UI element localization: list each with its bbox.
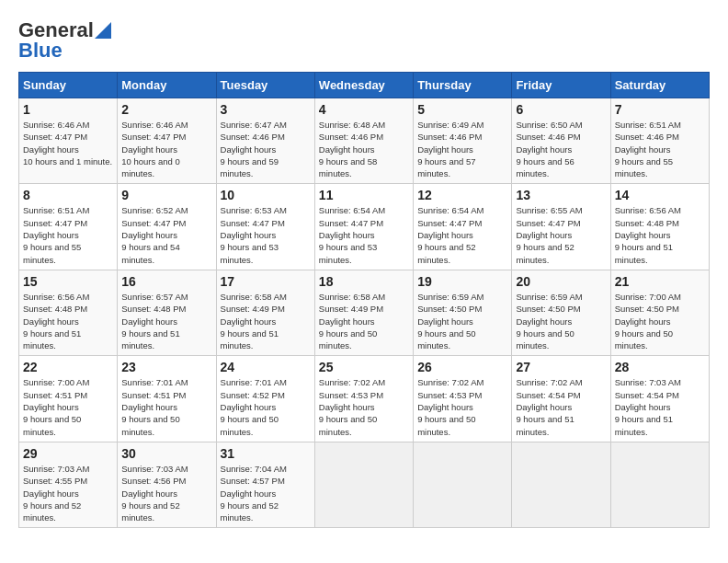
calendar-cell <box>512 442 610 527</box>
day-info: Sunrise: 6:52 AM Sunset: 4:47 PM Dayligh… <box>121 204 211 265</box>
day-number: 12 <box>417 188 507 202</box>
calendar-cell: 3 Sunrise: 6:47 AM Sunset: 4:46 PM Dayli… <box>216 98 314 184</box>
day-number: 5 <box>417 102 507 117</box>
day-number: 15 <box>23 274 113 289</box>
calendar-week-2: 8 Sunrise: 6:51 AM Sunset: 4:47 PM Dayli… <box>19 184 710 270</box>
day-number: 10 <box>221 188 311 202</box>
day-number: 7 <box>615 102 705 117</box>
calendar-cell: 24 Sunrise: 7:01 AM Sunset: 4:52 PM Dayl… <box>216 356 314 442</box>
day-number: 8 <box>23 188 113 202</box>
day-info: Sunrise: 6:55 AM Sunset: 4:47 PM Dayligh… <box>516 204 606 265</box>
calendar-cell: 26 Sunrise: 7:02 AM Sunset: 4:53 PM Dayl… <box>414 356 512 442</box>
day-number: 19 <box>417 274 507 289</box>
calendar-cell: 28 Sunrise: 7:03 AM Sunset: 4:54 PM Dayl… <box>610 356 709 442</box>
calendar-cell: 30 Sunrise: 7:03 AM Sunset: 4:56 PM Dayl… <box>118 442 216 527</box>
day-number: 14 <box>615 188 705 202</box>
day-info: Sunrise: 7:02 AM Sunset: 4:53 PM Dayligh… <box>319 376 409 437</box>
day-number: 4 <box>319 102 409 117</box>
day-info: Sunrise: 7:00 AM Sunset: 4:50 PM Dayligh… <box>615 291 705 351</box>
calendar-cell: 29 Sunrise: 7:03 AM Sunset: 4:55 PM Dayl… <box>19 442 118 527</box>
day-info: Sunrise: 6:56 AM Sunset: 4:48 PM Dayligh… <box>615 204 705 265</box>
calendar-cell: 5 Sunrise: 6:49 AM Sunset: 4:46 PM Dayli… <box>414 98 512 184</box>
day-info: Sunrise: 6:46 AM Sunset: 4:47 PM Dayligh… <box>121 119 211 179</box>
calendar-cell: 27 Sunrise: 7:02 AM Sunset: 4:54 PM Dayl… <box>512 356 610 442</box>
calendar-week-3: 15 Sunrise: 6:56 AM Sunset: 4:48 PM Dayl… <box>19 270 710 355</box>
day-info: Sunrise: 6:59 AM Sunset: 4:50 PM Dayligh… <box>417 291 507 351</box>
day-number: 27 <box>516 360 606 374</box>
calendar-header-tuesday: Tuesday <box>216 73 314 98</box>
day-info: Sunrise: 6:51 AM Sunset: 4:47 PM Dayligh… <box>23 204 113 265</box>
day-number: 24 <box>221 360 311 374</box>
calendar-cell: 6 Sunrise: 6:50 AM Sunset: 4:46 PM Dayli… <box>512 98 610 184</box>
calendar-cell <box>610 442 709 527</box>
logo-arrow-icon <box>95 22 111 39</box>
day-info: Sunrise: 6:47 AM Sunset: 4:46 PM Dayligh… <box>221 119 311 179</box>
calendar-cell: 31 Sunrise: 7:04 AM Sunset: 4:57 PM Dayl… <box>216 442 314 527</box>
day-number: 13 <box>516 188 606 202</box>
day-info: Sunrise: 7:02 AM Sunset: 4:54 PM Dayligh… <box>516 376 606 437</box>
day-number: 18 <box>319 274 409 289</box>
day-info: Sunrise: 7:00 AM Sunset: 4:51 PM Dayligh… <box>23 376 113 437</box>
day-info: Sunrise: 7:03 AM Sunset: 4:56 PM Dayligh… <box>121 463 211 523</box>
calendar-cell: 12 Sunrise: 6:54 AM Sunset: 4:47 PM Dayl… <box>414 184 512 270</box>
day-info: Sunrise: 6:58 AM Sunset: 4:49 PM Dayligh… <box>319 291 409 351</box>
calendar-cell <box>314 442 413 527</box>
day-info: Sunrise: 6:46 AM Sunset: 4:47 PM Dayligh… <box>23 119 113 167</box>
day-number: 21 <box>615 274 705 289</box>
calendar-header-row: SundayMondayTuesdayWednesdayThursdayFrid… <box>19 73 710 98</box>
day-number: 22 <box>23 360 113 374</box>
calendar-cell: 18 Sunrise: 6:58 AM Sunset: 4:49 PM Dayl… <box>314 270 413 355</box>
calendar-week-1: 1 Sunrise: 6:46 AM Sunset: 4:47 PM Dayli… <box>19 98 710 184</box>
day-info: Sunrise: 7:01 AM Sunset: 4:51 PM Dayligh… <box>121 376 211 437</box>
logo: General Blue <box>18 18 112 63</box>
calendar-header-sunday: Sunday <box>19 73 118 98</box>
logo-blue-text: Blue <box>18 39 63 63</box>
day-info: Sunrise: 6:48 AM Sunset: 4:46 PM Dayligh… <box>319 119 409 179</box>
day-info: Sunrise: 7:04 AM Sunset: 4:57 PM Dayligh… <box>221 463 311 523</box>
day-number: 6 <box>516 102 606 117</box>
calendar-cell: 25 Sunrise: 7:02 AM Sunset: 4:53 PM Dayl… <box>314 356 413 442</box>
calendar-week-5: 29 Sunrise: 7:03 AM Sunset: 4:55 PM Dayl… <box>19 442 710 527</box>
day-info: Sunrise: 7:03 AM Sunset: 4:54 PM Dayligh… <box>615 376 705 437</box>
calendar-table: SundayMondayTuesdayWednesdayThursdayFrid… <box>18 72 710 528</box>
day-number: 17 <box>221 274 311 289</box>
day-info: Sunrise: 6:59 AM Sunset: 4:50 PM Dayligh… <box>516 291 606 351</box>
calendar-header-monday: Monday <box>118 73 216 98</box>
day-number: 23 <box>121 360 211 374</box>
calendar-cell: 15 Sunrise: 6:56 AM Sunset: 4:48 PM Dayl… <box>19 270 118 355</box>
page-header: General Blue <box>18 18 710 63</box>
day-info: Sunrise: 6:58 AM Sunset: 4:49 PM Dayligh… <box>221 291 311 351</box>
day-info: Sunrise: 6:51 AM Sunset: 4:46 PM Dayligh… <box>615 119 705 179</box>
calendar-cell: 10 Sunrise: 6:53 AM Sunset: 4:47 PM Dayl… <box>216 184 314 270</box>
day-number: 28 <box>615 360 705 374</box>
calendar-header-wednesday: Wednesday <box>314 73 413 98</box>
calendar-cell: 7 Sunrise: 6:51 AM Sunset: 4:46 PM Dayli… <box>610 98 709 184</box>
day-number: 9 <box>121 188 211 202</box>
calendar-cell: 20 Sunrise: 6:59 AM Sunset: 4:50 PM Dayl… <box>512 270 610 355</box>
calendar-cell: 2 Sunrise: 6:46 AM Sunset: 4:47 PM Dayli… <box>118 98 216 184</box>
day-number: 2 <box>121 102 211 117</box>
calendar-header-thursday: Thursday <box>414 73 512 98</box>
calendar-cell: 16 Sunrise: 6:57 AM Sunset: 4:48 PM Dayl… <box>118 270 216 355</box>
day-number: 26 <box>417 360 507 374</box>
calendar-cell: 9 Sunrise: 6:52 AM Sunset: 4:47 PM Dayli… <box>118 184 216 270</box>
day-number: 3 <box>221 102 311 117</box>
day-info: Sunrise: 6:56 AM Sunset: 4:48 PM Dayligh… <box>23 291 113 351</box>
calendar-cell <box>414 442 512 527</box>
day-number: 31 <box>221 446 311 461</box>
day-info: Sunrise: 6:54 AM Sunset: 4:47 PM Dayligh… <box>417 204 507 265</box>
day-info: Sunrise: 6:57 AM Sunset: 4:48 PM Dayligh… <box>121 291 211 351</box>
calendar-cell: 8 Sunrise: 6:51 AM Sunset: 4:47 PM Dayli… <box>19 184 118 270</box>
calendar-cell: 13 Sunrise: 6:55 AM Sunset: 4:47 PM Dayl… <box>512 184 610 270</box>
calendar-header-friday: Friday <box>512 73 610 98</box>
day-info: Sunrise: 7:02 AM Sunset: 4:53 PM Dayligh… <box>417 376 507 437</box>
calendar-week-4: 22 Sunrise: 7:00 AM Sunset: 4:51 PM Dayl… <box>19 356 710 442</box>
calendar-header-saturday: Saturday <box>610 73 709 98</box>
day-number: 30 <box>121 446 211 461</box>
day-number: 11 <box>319 188 409 202</box>
calendar-cell: 22 Sunrise: 7:00 AM Sunset: 4:51 PM Dayl… <box>19 356 118 442</box>
calendar-cell: 23 Sunrise: 7:01 AM Sunset: 4:51 PM Dayl… <box>118 356 216 442</box>
day-number: 29 <box>23 446 113 461</box>
calendar-cell: 14 Sunrise: 6:56 AM Sunset: 4:48 PM Dayl… <box>610 184 709 270</box>
svg-marker-0 <box>95 22 111 39</box>
